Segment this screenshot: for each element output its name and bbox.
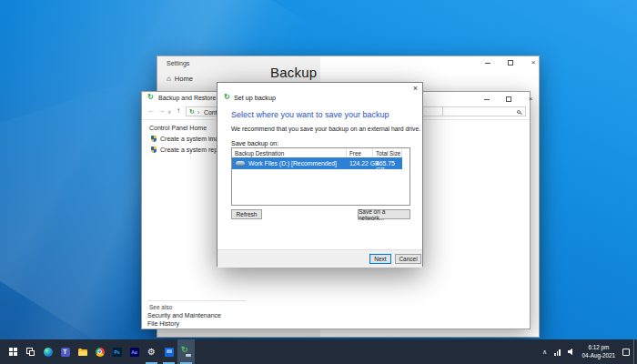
backup-restore-icon: ↻ — [147, 94, 154, 101]
taskbar-icons: T Ps Au ⚙ ↻ — [5, 339, 195, 364]
windows-logo-icon — [9, 348, 17, 356]
setup-backup-dialog: × ↻ Set up backup Select where you want … — [217, 82, 423, 267]
start-button[interactable] — [5, 339, 22, 364]
backup-restore-icon: ↻ — [189, 109, 194, 116]
breadcrumb-separator-icon: › — [197, 109, 199, 116]
dialog-footer: Next Cancel — [217, 249, 422, 268]
audition-icon: Au — [130, 348, 139, 357]
sidebar-item-create-system-image[interactable]: Create a system image — [151, 136, 226, 142]
taskbar-item-chrome[interactable] — [91, 339, 108, 364]
cp-maximize-button[interactable] — [499, 93, 519, 106]
backup-restore-icon: ↻ — [181, 347, 191, 357]
show-desktop-button[interactable] — [633, 339, 637, 364]
taskbar-item-teams[interactable]: T — [56, 339, 74, 364]
refresh-button[interactable]: Refresh — [231, 209, 262, 219]
minimize-icon — [485, 63, 490, 64]
gear-icon: ⚙ — [147, 348, 156, 357]
column-header-total-size[interactable]: Total Size — [373, 148, 402, 157]
back-icon[interactable]: ← — [147, 107, 155, 115]
taskbar-item-edge[interactable] — [39, 339, 56, 364]
destination-row-selected[interactable]: Work Files (D:) [Recommended] 124.22 GB … — [232, 157, 402, 169]
settings-minimize-button[interactable] — [478, 56, 498, 69]
desktop-wallpaper: Settings ⌂ Home Backup × ↻ Backup and Re… — [0, 0, 637, 364]
dialog-close-button[interactable]: × — [413, 85, 418, 93]
sidebar-item-control-panel-home[interactable]: Control Panel Home — [149, 125, 207, 131]
backup-restore-icon: ↻ — [224, 94, 230, 101]
dialog-header: Select where you want to save your backu… — [231, 110, 389, 119]
search-icon — [517, 110, 521, 115]
save-backup-on-label: Save backup on: — [231, 140, 278, 147]
close-icon: × — [529, 96, 533, 103]
task-view-icon — [26, 348, 35, 356]
taskbar-item-audition[interactable]: Au — [126, 339, 143, 364]
chrome-icon — [96, 348, 105, 357]
forward-icon[interactable]: → — [157, 107, 165, 115]
uac-shield-icon — [151, 136, 157, 142]
taskbar-item-settings[interactable]: ⚙ — [143, 339, 160, 364]
tray-network[interactable] — [551, 339, 564, 364]
column-header-free-space[interactable]: Free Space — [347, 148, 373, 157]
action-center-button[interactable] — [619, 339, 633, 364]
clock-time: 6:12 pm — [582, 344, 615, 352]
search-input[interactable] — [442, 106, 526, 116]
app-window-icon — [165, 348, 174, 357]
file-explorer-icon — [78, 349, 87, 356]
list-header-row: Backup Destination Free Space Total Size — [232, 148, 410, 157]
dialog-title: Set up backup — [234, 94, 276, 102]
tray-clock[interactable]: 6:12 pm 04-Aug-2021 — [579, 344, 619, 359]
maximize-icon — [508, 60, 513, 66]
column-header-backup-destination[interactable]: Backup Destination — [232, 148, 347, 157]
task-view-button[interactable] — [22, 339, 39, 364]
settings-page-title: Backup — [270, 65, 317, 80]
drive-icon — [236, 161, 245, 166]
speaker-icon — [568, 349, 575, 356]
link-security-and-maintenance[interactable]: Security and Maintenance — [147, 312, 221, 318]
backup-destination-list[interactable]: Backup Destination Free Space Total Size… — [231, 147, 410, 206]
next-button[interactable]: Next — [369, 254, 391, 264]
cancel-button[interactable]: Cancel — [395, 254, 421, 264]
action-center-icon — [622, 349, 630, 356]
home-icon: ⌂ — [167, 75, 171, 83]
cp-minimize-button[interactable] — [477, 93, 497, 106]
save-on-network-button[interactable]: Save on a network... — [358, 209, 410, 219]
teams-icon: T — [61, 348, 70, 357]
taskbar-item-backup-restore[interactable]: ↻ — [177, 339, 195, 364]
close-icon: × — [413, 84, 418, 93]
see-also-header: See also — [149, 304, 172, 310]
taskbar: T Ps Au ⚙ ↻ — [0, 339, 637, 364]
tray-volume[interactable] — [564, 339, 579, 364]
taskbar-item-file-explorer[interactable] — [74, 339, 91, 364]
uac-shield-icon — [151, 147, 157, 153]
close-icon: × — [531, 59, 536, 66]
settings-sidebar-item-home[interactable]: ⌂ Home — [167, 75, 193, 83]
maximize-icon — [506, 96, 511, 102]
clock-date: 04-Aug-2021 — [582, 352, 615, 360]
settings-close-button[interactable]: × — [523, 56, 543, 69]
settings-maximize-button[interactable] — [500, 56, 521, 69]
edge-icon — [44, 348, 53, 357]
cp-close-button[interactable]: × — [521, 93, 541, 106]
settings-window-title: Settings — [167, 60, 189, 66]
drive-free-space: 124.22 GB — [349, 160, 379, 167]
drive-name: Work Files (D:) [Recommended] — [248, 160, 337, 167]
minimize-icon — [484, 99, 490, 100]
taskbar-item-photoshop[interactable]: Ps — [108, 339, 126, 364]
up-icon[interactable]: ↑ — [177, 107, 180, 115]
photoshop-icon: Ps — [113, 348, 122, 357]
recent-locations-chevron-icon[interactable]: ∨ — [167, 109, 171, 115]
settings-home-label: Home — [175, 75, 193, 83]
link-file-history[interactable]: File History — [147, 320, 179, 327]
tray-show-hidden-icons[interactable]: ∧ — [539, 339, 551, 364]
drive-total-size: 465.75 GB — [376, 160, 402, 173]
see-also-divider — [147, 300, 246, 301]
taskbar-item-app-window[interactable] — [160, 339, 177, 364]
system-tray: ∧ 6:12 pm 04-Aug-2021 — [539, 339, 637, 364]
dialog-description: We recommend that you save your backup o… — [231, 126, 420, 132]
chevron-up-icon: ∧ — [542, 349, 547, 356]
network-signal-icon — [554, 349, 561, 356]
